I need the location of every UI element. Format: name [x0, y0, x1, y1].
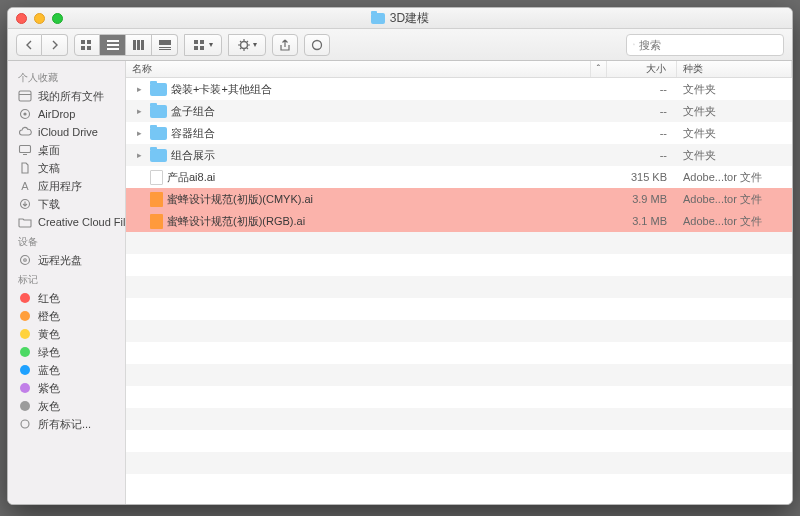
sidebar-item[interactable]: 桌面: [8, 141, 125, 159]
svg-rect-2: [81, 46, 85, 50]
file-row[interactable]: ▸盒子组合--文件夹: [126, 100, 792, 122]
icloud-icon: [18, 126, 32, 138]
file-row[interactable]: 蜜蜂设计规范(初版)(CMYK).ai3.9 MBAdobe...tor 文件: [126, 188, 792, 210]
file-row[interactable]: ▸容器组合--文件夹: [126, 122, 792, 144]
file-kind: 文件夹: [677, 126, 792, 141]
svg-rect-7: [133, 40, 136, 50]
folder-icon: [150, 105, 167, 118]
file-size: 315 KB: [607, 171, 677, 183]
sidebar-item-label: iCloud Drive: [38, 126, 98, 138]
sidebar-item[interactable]: 文稿: [8, 159, 125, 177]
svg-rect-4: [107, 40, 119, 42]
documents-icon: [18, 162, 32, 174]
empty-row: [126, 342, 792, 364]
forward-button[interactable]: [42, 34, 68, 56]
apps-icon: A: [18, 180, 32, 192]
view-buttons: [74, 34, 178, 56]
tags-button[interactable]: [304, 34, 330, 56]
file-row[interactable]: 产品ai8.ai315 KBAdobe...tor 文件: [126, 166, 792, 188]
search-input[interactable]: [639, 39, 777, 51]
sidebar-item-label: 紫色: [38, 381, 60, 396]
action-button[interactable]: ▾: [228, 34, 266, 56]
sidebar-item[interactable]: AirDrop: [8, 105, 125, 123]
column-name[interactable]: 名称: [126, 61, 591, 77]
file-name: 产品ai8.ai: [167, 170, 215, 185]
sidebar-item[interactable]: 蓝色: [8, 361, 125, 379]
sidebar-item-label: 绿色: [38, 345, 60, 360]
sidebar-item[interactable]: 橙色: [8, 307, 125, 325]
close-icon[interactable]: [16, 13, 27, 24]
search-icon: [633, 39, 635, 50]
file-kind: 文件夹: [677, 82, 792, 97]
disc-icon: [18, 254, 32, 266]
file-size: --: [607, 83, 677, 95]
arrange-button[interactable]: ▾: [184, 34, 222, 56]
sidebar-item[interactable]: 绿色: [8, 343, 125, 361]
sidebar-item[interactable]: 下载: [8, 195, 125, 213]
svg-text:A: A: [21, 180, 29, 192]
sidebar-item[interactable]: 所有标记...: [8, 415, 125, 433]
coverflow-view-button[interactable]: [152, 34, 178, 56]
file-icon: [150, 170, 163, 185]
titlebar: 3D建模: [8, 8, 792, 29]
list-view-button[interactable]: [100, 34, 126, 56]
icon-view-button[interactable]: [74, 34, 100, 56]
sort-indicator[interactable]: ˆ: [591, 61, 607, 77]
downloads-icon: [18, 198, 32, 210]
disclosure-triangle-icon[interactable]: ▸: [132, 106, 146, 116]
sidebar-item-label: 文稿: [38, 161, 60, 176]
file-row[interactable]: ▸袋装+卡装+其他组合--文件夹: [126, 78, 792, 100]
sidebar-item-label: 我的所有文件: [38, 89, 104, 104]
file-kind: Adobe...tor 文件: [677, 192, 792, 207]
tag-dot-icon: [18, 346, 32, 358]
file-name: 袋装+卡装+其他组合: [171, 82, 272, 97]
sidebar-item[interactable]: 红色: [8, 289, 125, 307]
empty-row: [126, 320, 792, 342]
sidebar-item-label: 灰色: [38, 399, 60, 414]
sidebar-item[interactable]: Creative Cloud Files: [8, 213, 125, 231]
file-row[interactable]: 蜜蜂设计规范(初版)(RGB).ai3.1 MBAdobe...tor 文件: [126, 210, 792, 232]
sidebar-item[interactable]: 我的所有文件: [8, 87, 125, 105]
file-name: 蜜蜂设计规范(初版)(CMYK).ai: [167, 192, 313, 207]
sidebar-item[interactable]: 紫色: [8, 379, 125, 397]
share-button[interactable]: [272, 34, 298, 56]
sidebar-item-label: 下载: [38, 197, 60, 212]
file-kind: 文件夹: [677, 104, 792, 119]
back-button[interactable]: [16, 34, 42, 56]
column-size[interactable]: 大小: [607, 61, 677, 77]
column-kind[interactable]: 种类: [677, 61, 792, 77]
svg-rect-24: [20, 146, 31, 153]
disclosure-triangle-icon[interactable]: ▸: [132, 84, 146, 94]
svg-rect-15: [194, 46, 198, 50]
svg-point-18: [313, 40, 322, 49]
sidebar-item-label: 橙色: [38, 309, 60, 324]
sidebar-item[interactable]: 远程光盘: [8, 251, 125, 269]
sidebar-item-label: 红色: [38, 291, 60, 306]
svg-point-29: [21, 420, 29, 428]
file-row[interactable]: ▸组合展示--文件夹: [126, 144, 792, 166]
action-group: ▾: [228, 34, 266, 56]
tag-dot-icon: [18, 382, 32, 394]
sidebar-header: 设备: [8, 231, 125, 251]
sidebar-item[interactable]: 黄色: [8, 325, 125, 343]
folder-icon: [371, 13, 385, 24]
file-size: --: [607, 127, 677, 139]
sidebar-item[interactable]: A应用程序: [8, 177, 125, 195]
sidebar-item[interactable]: iCloud Drive: [8, 123, 125, 141]
svg-point-27: [21, 256, 30, 265]
disclosure-triangle-icon[interactable]: ▸: [132, 128, 146, 138]
sidebar-item[interactable]: 灰色: [8, 397, 125, 415]
empty-row: [126, 298, 792, 320]
file-name: 蜜蜂设计规范(初版)(RGB).ai: [167, 214, 305, 229]
folder-icon: [150, 83, 167, 96]
sidebar-item-label: AirDrop: [38, 108, 75, 120]
maximize-icon[interactable]: [52, 13, 63, 24]
desktop-icon: [18, 144, 32, 156]
tag-dot-icon: [18, 364, 32, 376]
search-field[interactable]: [626, 34, 784, 56]
column-headers: 名称 ˆ 大小 种类: [126, 61, 792, 78]
folder-icon: [150, 127, 167, 140]
disclosure-triangle-icon[interactable]: ▸: [132, 150, 146, 160]
column-view-button[interactable]: [126, 34, 152, 56]
minimize-icon[interactable]: [34, 13, 45, 24]
